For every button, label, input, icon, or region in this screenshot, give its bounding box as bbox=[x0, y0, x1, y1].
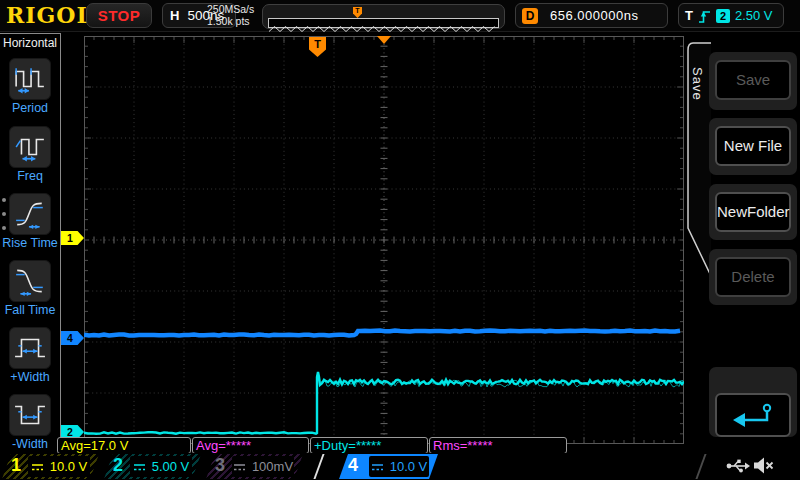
plus-width-icon bbox=[14, 333, 46, 363]
channel-status-bar: 1 10.0 V 2 5.00 V 3 100mV 4 10.0 V bbox=[0, 453, 800, 480]
measurement-value: Rms=***** bbox=[433, 438, 493, 453]
trigger-label: T bbox=[685, 8, 693, 23]
scroll-indicator-dot bbox=[2, 226, 6, 230]
return-arrow-icon bbox=[731, 403, 775, 427]
fall-time-icon bbox=[14, 266, 46, 296]
menu-item-minus-width[interactable]: -Width bbox=[0, 394, 60, 451]
scroll-indicator-dot bbox=[2, 212, 6, 216]
channel-number: 3 bbox=[215, 455, 225, 476]
trigger-delay-readout: D 656.000000ns bbox=[515, 3, 668, 28]
channel-scale: 10.0 V bbox=[390, 459, 428, 474]
channel-2-status[interactable]: 2 5.00 V bbox=[104, 454, 201, 479]
dc-coupling-icon bbox=[371, 462, 384, 472]
save-tab-label: Save bbox=[690, 67, 705, 101]
separator-slash bbox=[695, 454, 706, 479]
separator-slash bbox=[313, 454, 324, 479]
delay-value: 656.000000ns bbox=[550, 8, 638, 23]
new-folder-button[interactable]: NewFolder bbox=[715, 192, 791, 232]
horizontal-measure-menu: Horizontal Period Freq bbox=[0, 33, 61, 453]
save-button[interactable]: Save bbox=[715, 60, 791, 100]
menu-item-label: Period bbox=[0, 101, 60, 115]
new-file-button[interactable]: New File bbox=[715, 126, 791, 166]
run-stop-indicator[interactable]: STOP bbox=[86, 3, 152, 28]
trigger-source-badge: 2 bbox=[716, 9, 730, 23]
scroll-indicator-dot bbox=[2, 198, 6, 202]
menu-block: New File bbox=[709, 118, 797, 175]
delay-badge-icon: D bbox=[522, 8, 538, 24]
menu-item-label: Freq bbox=[0, 169, 60, 183]
measurement-value: Avg=***** bbox=[196, 438, 251, 453]
waveform-preview-bar[interactable]: T bbox=[262, 4, 505, 29]
channel-number: 4 bbox=[348, 455, 358, 476]
rise-time-icon bbox=[14, 199, 46, 229]
period-icon bbox=[14, 64, 46, 94]
oscilloscope-screen: RIGOL STOP H 500ns 250MSa/s 1.50k pts T … bbox=[0, 0, 800, 480]
trigger-level-value: 2.50 V bbox=[735, 8, 773, 23]
sample-rate: 250MSa/s bbox=[207, 3, 261, 15]
waveform-preview-window bbox=[268, 18, 499, 28]
channel-scale: 10.0 V bbox=[50, 459, 88, 474]
rigol-logo: RIGOL bbox=[6, 2, 93, 28]
channel-4-status[interactable]: 4 10.0 V bbox=[339, 454, 438, 479]
trigger-delay-marker-icon[interactable] bbox=[377, 36, 391, 44]
channel-scale: 5.00 V bbox=[152, 459, 190, 474]
menu-item-label: Rise Time bbox=[0, 236, 60, 250]
channel-1-status[interactable]: 1 10.0 V bbox=[2, 454, 99, 479]
menu-item-rise-time[interactable]: Rise Time bbox=[0, 193, 60, 250]
menu-item-label: Fall Time bbox=[0, 303, 60, 317]
preview-waveform-icon bbox=[269, 25, 498, 33]
menu-block bbox=[709, 367, 797, 437]
channel-marker-4[interactable]: 4 bbox=[61, 331, 84, 345]
rising-edge-icon bbox=[698, 8, 711, 24]
measurement-slot-2[interactable]: Avg=***** bbox=[192, 437, 309, 454]
minus-width-icon bbox=[14, 400, 46, 430]
menu-item-fall-time[interactable]: Fall Time bbox=[0, 260, 60, 317]
dc-coupling-icon bbox=[233, 462, 246, 472]
channel-marker-1[interactable]: 1 bbox=[61, 231, 84, 245]
measurement-value: +Duty=***** bbox=[314, 438, 381, 453]
trigger-readout: T 2 2.50 V bbox=[678, 3, 784, 28]
measurement-slot-1[interactable]: Avg=17.0 V bbox=[57, 437, 191, 454]
channel-3-status[interactable]: 3 100mV bbox=[206, 454, 303, 479]
menu-item-label: -Width bbox=[0, 437, 60, 451]
return-button[interactable] bbox=[715, 393, 791, 437]
save-menu-panel: Save Save New File NewFolder Delete bbox=[685, 32, 800, 453]
top-status-bar: RIGOL STOP H 500ns 250MSa/s 1.50k pts T … bbox=[0, 0, 800, 32]
channel-number: 2 bbox=[113, 455, 123, 476]
menu-item-label: +Width bbox=[0, 370, 60, 384]
menu-item-plus-width[interactable]: +Width bbox=[0, 327, 60, 384]
memory-depth: 1.50k pts bbox=[207, 15, 261, 27]
measurement-slot-4[interactable]: Rms=***** bbox=[429, 437, 567, 454]
acquisition-readout: 250MSa/s 1.50k pts bbox=[207, 3, 261, 27]
menu-block: NewFolder bbox=[709, 184, 797, 240]
speaker-muted-icon bbox=[753, 456, 774, 475]
dc-coupling-icon bbox=[31, 462, 44, 472]
measurement-slot-3[interactable]: +Duty=***** bbox=[310, 437, 428, 454]
menu-block: Save bbox=[709, 52, 797, 110]
freq-icon bbox=[14, 132, 46, 162]
channel-scale: 100mV bbox=[252, 459, 293, 474]
dc-coupling-icon bbox=[133, 462, 146, 472]
measurement-value: Avg=17.0 V bbox=[61, 438, 128, 453]
menu-title: Horizontal bbox=[3, 36, 57, 50]
menu-item-period[interactable]: Period bbox=[0, 58, 60, 115]
h-label: H bbox=[170, 8, 179, 23]
menu-block: Delete bbox=[709, 249, 797, 305]
menu-item-freq[interactable]: Freq bbox=[0, 126, 60, 183]
graticule-waveform-display bbox=[84, 36, 684, 444]
channel-number: 1 bbox=[11, 455, 21, 476]
delete-button[interactable]: Delete bbox=[715, 257, 791, 297]
usb-icon bbox=[726, 458, 750, 473]
preview-trigger-position-icon: T bbox=[353, 7, 362, 18]
